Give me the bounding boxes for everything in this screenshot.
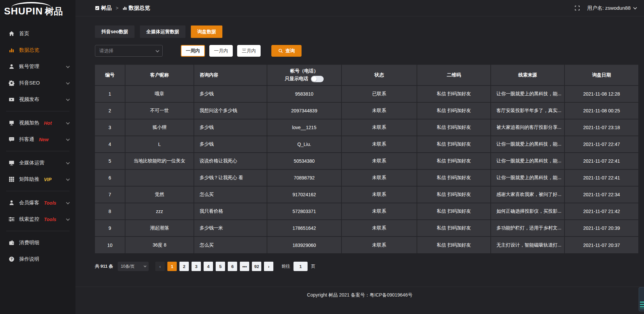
sidebar-item-consumption-details[interactable]: 消费明细	[0, 234, 75, 251]
cell-nickname: 潮起潮落	[125, 220, 194, 237]
qrcode-link[interactable]: 私信 扫码加好友	[417, 119, 491, 136]
table-row: 3 狐小狸 多少钱 love__1215 未联系 私信 扫码加好友 被大家追着问…	[95, 119, 638, 136]
page-footer: Copyright 树品 2021 备案号：粤ICP备09019646号	[75, 286, 644, 314]
tools-badge: Tools	[44, 200, 56, 206]
status-badge[interactable]: 未联系	[341, 186, 417, 203]
column-header-status: 状态	[341, 65, 417, 86]
column-header-consult: 咨询内容	[194, 65, 267, 86]
sidebar-item-label: 抖音SEO	[19, 80, 40, 86]
page-button-6[interactable]: 6	[228, 262, 237, 271]
phone-only-toggle[interactable]	[311, 76, 324, 82]
sidebar-item-label: 操作说明	[19, 256, 39, 262]
goto-page-input[interactable]	[293, 262, 308, 271]
source-link[interactable]: 感谢大家喜欢我家，被问了好...	[491, 186, 565, 203]
cell-consult: 说说价格让我死心	[194, 153, 267, 169]
source-link[interactable]: 被大家追着问的客厅投影分享...	[491, 119, 565, 136]
sidebar-item-omnimedia-operation[interactable]: 全媒体运营	[0, 155, 75, 171]
breadcrumb-root[interactable]: 树品	[101, 5, 112, 12]
page-button-2[interactable]: 2	[179, 262, 189, 271]
pagination: 共 911 条 10条/页 ‹ 1 2 3 4 5 6 ••• 92 › 前往 …	[95, 262, 638, 271]
qrcode-link[interactable]: 私信 扫码加好友	[417, 203, 491, 220]
search-button[interactable]: 查询	[271, 45, 302, 57]
floating-widget[interactable]	[639, 287, 644, 311]
sidebar-item-douyin-seo[interactable]: 抖音SEO	[0, 75, 75, 91]
status-badge[interactable]: 未联系	[341, 237, 417, 253]
table-row: 10 36度 8 怎么买 183929060 未联系 私信 扫码加好友 无主灯设…	[95, 237, 638, 253]
source-link[interactable]: 多功能护栏灯，适用于乡村文...	[491, 220, 565, 237]
cell-date: 2021-11-07 20:37	[565, 237, 638, 253]
sidebar-item-label: 全媒体运营	[19, 160, 44, 166]
source-link[interactable]: 让你一眼就爱上的黑科技，能...	[491, 153, 565, 169]
cell-account: 178651642	[267, 220, 341, 237]
tab-inquiry-data[interactable]: 询盘数据	[191, 25, 222, 38]
source-link[interactable]: 让你一眼就爱上的黑科技，能...	[491, 136, 565, 153]
account-select[interactable]: 请选择	[95, 45, 163, 57]
sidebar-item-operation-guide[interactable]: ? 操作说明	[0, 251, 75, 267]
range-three-months-button[interactable]: 三月内	[237, 45, 261, 57]
page-button-4[interactable]: 4	[204, 262, 213, 271]
qrcode-link[interactable]: 私信 扫码加好友	[417, 220, 491, 237]
cell-nickname: zzz	[125, 203, 194, 220]
page-button-3[interactable]: 3	[192, 262, 201, 271]
source-link[interactable]: 让你一眼就爱上的黑科技，能...	[491, 86, 565, 102]
app-logo: SHUPIN树品	[0, 0, 75, 21]
new-badge: New	[39, 137, 49, 142]
status-badge[interactable]: 未联系	[341, 119, 417, 136]
sidebar-item-lead-monitoring[interactable]: 线索监控 Tools	[0, 211, 75, 227]
cell-id: 10	[95, 237, 125, 253]
qrcode-link[interactable]: 私信 扫码加好友	[417, 169, 491, 186]
source-link[interactable]: 如何正确选择投影仪，买投影...	[491, 203, 565, 220]
search-icon	[278, 48, 283, 53]
tab-omnimedia-operation-data[interactable]: 全媒体运营数据	[140, 25, 185, 38]
status-badge[interactable]: 已联系	[341, 86, 417, 102]
cell-consult: 我想问这个多少钱	[194, 102, 267, 119]
sidebar-item-matrix-boost[interactable]: 矩阵助推 VIP	[0, 171, 75, 188]
sidebar-item-video-heating[interactable]: 视频加热 Hot	[0, 115, 75, 131]
qrcode-link[interactable]: 私信 扫码加好友	[417, 136, 491, 153]
sidebar-item-home[interactable]: 首页	[0, 25, 75, 42]
sidebar-item-data-overview[interactable]: 数据总览	[0, 42, 75, 58]
sidebar-item-video-publish[interactable]: 视频发布	[0, 91, 75, 108]
cell-date: 2021-11-08 12:28	[565, 86, 638, 102]
qrcode-link[interactable]: 私信 扫码加好友	[417, 186, 491, 203]
cell-account: 183929060	[267, 237, 341, 253]
next-page-button[interactable]: ›	[264, 262, 273, 271]
fullscreen-icon[interactable]	[575, 5, 580, 11]
cell-id: 9	[95, 220, 125, 237]
source-link[interactable]: 无主灯设计，智能磁吸轨道灯...	[491, 237, 565, 253]
sidebar-item-label: 视频发布	[19, 96, 39, 103]
range-one-month-button[interactable]: 一月内	[209, 45, 233, 57]
more-pages-button[interactable]: •••	[240, 262, 249, 271]
status-badge[interactable]: 未联系	[341, 220, 417, 237]
cell-account: 572803371	[267, 203, 341, 220]
sidebar-item-label: 消费明细	[19, 240, 39, 246]
page-button-5[interactable]: 5	[216, 262, 225, 271]
status-badge[interactable]: 未联系	[341, 203, 417, 220]
status-badge[interactable]: 未联系	[341, 136, 417, 153]
page-size-select[interactable]: 10条/页	[118, 262, 149, 271]
source-link[interactable]: 让你一眼就爱上的黑科技，能...	[491, 169, 565, 186]
prev-page-button[interactable]: ‹	[155, 262, 165, 271]
range-one-week-button[interactable]: 一周内	[181, 45, 205, 57]
username-label: 用户名: zswodun88	[587, 5, 631, 11]
source-link[interactable]: 客厅安装投影半年多了，真实...	[491, 102, 565, 119]
page-button-92[interactable]: 92	[252, 262, 261, 271]
qrcode-link[interactable]: 私信 扫码加好友	[417, 102, 491, 119]
display-icon	[9, 160, 14, 166]
user-menu[interactable]: 用户名: zswodun88	[587, 5, 636, 11]
qrcode-link[interactable]: 私信 扫码加好友	[417, 153, 491, 169]
status-badge[interactable]: 未联系	[341, 102, 417, 119]
sidebar-item-member-baoke[interactable]: 会员爆客 Tools	[0, 195, 75, 211]
qrcode-link[interactable]: 私信 扫码加好友	[417, 237, 491, 253]
select-placeholder: 请选择	[99, 48, 113, 54]
cell-consult: 多少钱	[194, 119, 267, 136]
sidebar-divider	[6, 151, 69, 151]
qrcode-link[interactable]: 私信 扫码加好友	[417, 86, 491, 102]
cell-nickname: 不可一世	[125, 102, 194, 119]
status-badge[interactable]: 未联系	[341, 169, 417, 186]
sidebar-item-account-management[interactable]: 账号管理	[0, 58, 75, 75]
status-badge[interactable]: 未联系	[341, 153, 417, 169]
page-button-1[interactable]: 1	[167, 262, 177, 271]
sidebar-item-doukettong[interactable]: 抖客通 New	[0, 131, 75, 148]
tab-douyin-seo-data[interactable]: 抖音seo数据	[95, 25, 135, 38]
